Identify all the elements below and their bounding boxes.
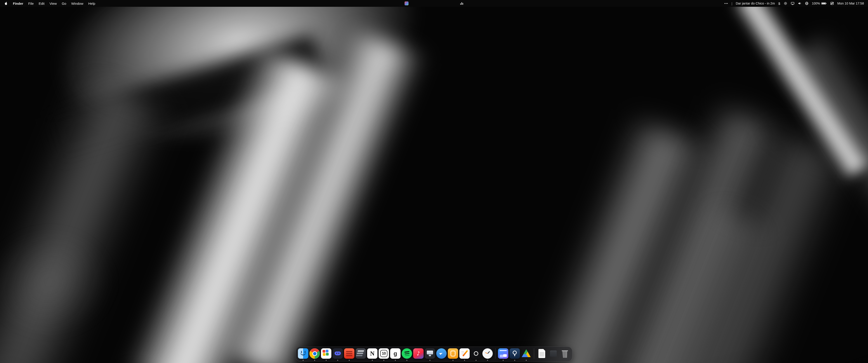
screen-capture-app-icon xyxy=(498,348,508,359)
dock-item-ten-app[interactable]: 10 xyxy=(379,348,389,359)
dock-item-one-password[interactable] xyxy=(509,348,520,359)
menubar: Finder File Edit View Go Window Help •••… xyxy=(0,0,868,7)
dock-item-google-drive[interactable] xyxy=(521,348,531,359)
monitor-app-icon xyxy=(425,348,435,359)
dock-item-monitor-app[interactable] xyxy=(425,348,435,359)
chrome-icon xyxy=(309,348,320,359)
gear-icon[interactable] xyxy=(784,2,787,5)
running-indicator xyxy=(487,360,488,361)
dock-item-orange-app[interactable] xyxy=(448,348,458,359)
notion-letter: N xyxy=(367,349,377,359)
levels-icon xyxy=(460,2,463,5)
menubar-clock[interactable]: Mon 10 Mar 17:58 xyxy=(837,2,864,5)
running-indicator xyxy=(430,360,430,361)
gauge-clock-app-icon xyxy=(483,348,493,359)
orange-app-icon xyxy=(448,348,458,359)
document-file-icon xyxy=(537,348,547,359)
running-indicator xyxy=(475,360,476,361)
running-indicator xyxy=(514,360,515,361)
dock-item-gauge-clock-app[interactable] xyxy=(483,348,493,359)
spotify-icon xyxy=(402,348,412,359)
red-stack-app-icon xyxy=(344,348,354,359)
finder-icon xyxy=(298,348,308,359)
running-indicator xyxy=(349,360,350,361)
display-icon[interactable] xyxy=(791,2,795,5)
dark-knot-app-icon xyxy=(471,348,481,359)
currency-menu-icon[interactable]: $ xyxy=(778,2,780,5)
running-indicator xyxy=(383,360,384,361)
dock-item-blue-round-app[interactable] xyxy=(436,348,447,359)
audio-levels-icon[interactable] xyxy=(460,2,463,5)
dock-item-music-app[interactable] xyxy=(413,348,424,359)
menu-view[interactable]: View xyxy=(50,2,57,5)
ten-app-number: 10 xyxy=(380,350,388,357)
menu-edit[interactable]: Edit xyxy=(39,2,44,5)
running-indicator xyxy=(503,360,504,361)
dock-item-screen-capture-app[interactable] xyxy=(498,348,508,359)
volume-icon[interactable] xyxy=(798,2,802,5)
one-password-icon xyxy=(509,348,520,359)
running-indicator xyxy=(314,360,315,361)
dock-item-document-file[interactable] xyxy=(537,348,547,359)
trash-icon xyxy=(560,348,570,359)
running-indicator xyxy=(372,360,373,361)
running-indicator xyxy=(337,360,338,361)
running-indicator xyxy=(303,360,304,361)
dock-item-discord[interactable] xyxy=(333,348,343,359)
ten-app-icon: 10 xyxy=(379,348,389,359)
battery-percent: 100% xyxy=(812,2,820,5)
dock-item-trash[interactable] xyxy=(560,348,570,359)
dock-item-finder[interactable] xyxy=(298,348,308,359)
running-indicator xyxy=(453,360,454,361)
apple-icon xyxy=(4,2,8,5)
menu-app-name[interactable]: Finder xyxy=(13,2,23,5)
blue-round-app-icon xyxy=(436,348,447,359)
dock-item-dark-knot-app[interactable] xyxy=(471,348,481,359)
dock-item-spotify[interactable] xyxy=(402,348,412,359)
dock-item-g-app[interactable]: g xyxy=(390,348,401,359)
google-drive-icon xyxy=(521,348,531,359)
music-app-icon xyxy=(413,348,424,359)
desktop: Finder File Edit View Go Window Help •••… xyxy=(0,0,868,363)
dock-item-pages[interactable] xyxy=(459,348,470,359)
menu-go[interactable]: Go xyxy=(62,2,66,5)
discord-icon xyxy=(333,348,343,359)
wallpaper-vignette xyxy=(0,0,868,363)
menu-window[interactable]: Window xyxy=(71,2,83,5)
menubar-left: Finder File Edit View Go Window Help xyxy=(4,2,95,5)
dock-item-notion[interactable]: N xyxy=(367,348,377,359)
running-indicator xyxy=(395,360,396,361)
menubar-right: ••• | Dar jantar do Chico - in 2m $ xyxy=(724,2,864,5)
album-art-icon xyxy=(405,2,408,5)
apple-menu[interactable] xyxy=(4,2,8,5)
dock-item-red-stack-app[interactable] xyxy=(344,348,354,359)
downloads-stack-icon xyxy=(548,348,559,359)
menubar-divider: | xyxy=(732,2,733,5)
g-app-icon: g xyxy=(390,348,401,359)
g-app-letter: g xyxy=(390,348,401,359)
dock: N 10 g xyxy=(296,346,572,362)
dock-item-gray-layers-app[interactable] xyxy=(355,348,366,359)
now-playing-art-icon[interactable] xyxy=(405,2,408,5)
control-center-icon[interactable] xyxy=(830,2,834,5)
calendar-event-item[interactable]: Dar jantar do Chico - in 2m xyxy=(736,2,775,5)
dock-item-chrome[interactable] xyxy=(309,348,320,359)
globe-icon[interactable] xyxy=(805,2,809,5)
running-indicator xyxy=(406,360,407,361)
dock-item-collage-app[interactable] xyxy=(321,348,331,359)
menu-help[interactable]: Help xyxy=(88,2,95,5)
running-indicator xyxy=(526,360,527,361)
pages-icon xyxy=(459,348,470,359)
menu-file[interactable]: File xyxy=(28,2,34,5)
more-menu-extras-icon[interactable]: ••• xyxy=(724,2,728,5)
battery-status[interactable]: 100% xyxy=(812,2,827,5)
collage-app-icon xyxy=(321,348,331,359)
running-indicator xyxy=(326,360,327,361)
running-indicator xyxy=(464,360,465,361)
battery-icon xyxy=(821,2,827,5)
gray-layers-app-icon xyxy=(355,348,366,359)
wallpaper xyxy=(0,0,868,363)
notion-icon: N xyxy=(367,348,377,359)
dock-item-downloads[interactable] xyxy=(548,348,559,359)
